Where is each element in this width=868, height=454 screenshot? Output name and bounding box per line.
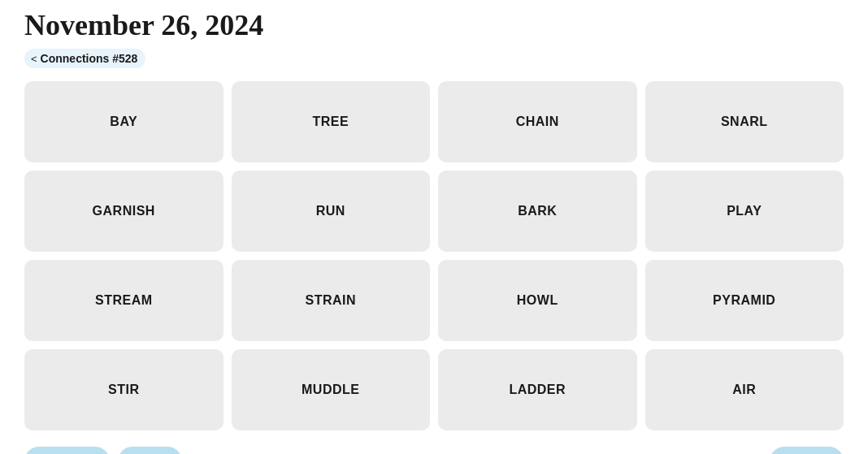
cell-word: BARK	[518, 204, 557, 218]
cell-word: MUDDLE	[302, 383, 359, 397]
cell-word: STRAIN	[305, 293, 356, 308]
page-title: November 26, 2024	[24, 0, 844, 49]
bottom-right-buttons: Submit	[770, 447, 844, 454]
bottom-bar: Shuffling Clear Submit	[24, 442, 844, 454]
cell-word: AIR	[732, 383, 756, 397]
grid-cell[interactable]: PLAY	[645, 171, 844, 252]
grid-cell[interactable]: BAY	[24, 81, 224, 162]
cell-word: GARNISH	[93, 204, 155, 218]
grid-cell[interactable]: LADDER	[438, 349, 637, 430]
submit-button[interactable]: Submit	[770, 447, 844, 454]
grid-cell[interactable]: MUDDLE	[232, 349, 431, 430]
cell-word: LADDER	[509, 383, 566, 397]
cell-word: HOWL	[517, 293, 558, 308]
grid-cell[interactable]: HOWL	[438, 260, 637, 341]
cell-word: SNARL	[721, 115, 768, 129]
nav-bar: < Connections #528	[24, 49, 844, 68]
grid-cell[interactable]: CHAIN	[438, 81, 637, 162]
grid-cell[interactable]: GARNISH	[24, 171, 224, 252]
grid-cell[interactable]: STIR	[24, 349, 224, 430]
cell-word: CHAIN	[516, 115, 559, 129]
cell-word: TREE	[312, 115, 349, 129]
cell-word: PYRAMID	[713, 293, 775, 308]
back-chevron-icon: <	[31, 53, 37, 65]
page-container: November 26, 2024 < Connections #528 BAY…	[0, 0, 868, 454]
grid-cell[interactable]: RUN	[232, 171, 431, 252]
grid-cell[interactable]: SNARL	[645, 81, 844, 162]
cell-word: STIR	[108, 383, 139, 397]
cell-word: STREAM	[95, 293, 153, 308]
shuffle-button[interactable]: Shuffling	[24, 447, 110, 454]
grid-cell[interactable]: AIR	[645, 349, 844, 430]
cell-word: RUN	[316, 204, 345, 218]
grid-cell[interactable]: PYRAMID	[645, 260, 844, 341]
grid-cell[interactable]: STRAIN	[232, 260, 431, 341]
grid-cell[interactable]: BARK	[438, 171, 637, 252]
grid-cell[interactable]: STREAM	[24, 260, 224, 341]
clear-button[interactable]: Clear	[118, 447, 182, 454]
cell-word: BAY	[110, 115, 137, 129]
cell-word: PLAY	[727, 204, 762, 218]
bottom-left-buttons: Shuffling Clear	[24, 447, 182, 454]
connections-label: Connections #528	[41, 52, 138, 65]
back-button[interactable]: < Connections #528	[24, 49, 145, 68]
word-grid: BAYTREECHAINSNARLGARNISHRUNBARKPLAYSTREA…	[24, 81, 844, 430]
grid-cell[interactable]: TREE	[232, 81, 431, 162]
